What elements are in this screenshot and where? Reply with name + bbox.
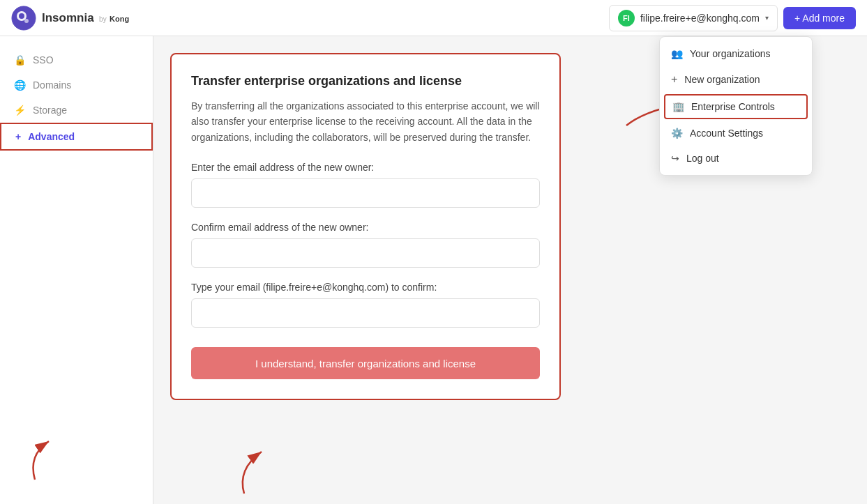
sidebar-item-sso[interactable]: 🔒 SSO [0,47,153,72]
globe-icon: 🌐 [14,79,26,91]
dropdown-item-enterprise-controls[interactable]: 🏢 Enterprise Controls [664,94,808,119]
transfer-desc: By transferring all the organizations as… [191,98,540,145]
dropdown-your-orgs-label: Your organizations [690,48,770,59]
self-email-input[interactable] [191,298,540,328]
user-menu-button[interactable]: FI filipe.freire+e@konghq.com ▾ [609,5,778,31]
dropdown-item-your-orgs[interactable]: 👥 Your organizations [660,41,812,66]
dropdown-new-org-label: New organization [684,74,760,85]
dropdown-item-account-settings[interactable]: ⚙️ Account Settings [660,121,812,146]
enterprise-icon: 🏢 [672,101,684,112]
sidebar: 🔒 SSO 🌐 Domains ⚡ Storage + Advanced [0,36,153,504]
svg-point-2 [19,13,24,19]
new-owner-email-input[interactable] [191,178,540,208]
orgs-icon: 👥 [671,48,683,59]
new-org-icon: + [671,73,677,86]
transfer-card: Transfer enterprise organizations and li… [170,53,561,400]
dropdown-logout-label: Log out [686,153,719,164]
confirm-email-label: Confirm email address of the new owner: [191,222,540,233]
insomnia-logo [11,6,36,31]
header: Insomnia by Kong FI filipe.freire+e@kong… [0,0,867,36]
dropdown-enterprise-label: Enterprise Controls [691,101,775,112]
dropdown-item-logout[interactable]: ↪ Log out [660,146,812,171]
transfer-title: Transfer enterprise organizations and li… [191,74,540,89]
add-more-button[interactable]: + Add more [783,7,856,29]
user-avatar: FI [618,10,635,26]
logo-label: Insomnia by Kong [42,11,129,25]
dropdown-item-new-org[interactable]: + New organization [660,66,812,93]
confirm-email-input[interactable] [191,238,540,268]
dropdown-account-settings-label: Account Settings [690,128,763,139]
sidebar-item-storage-label: Storage [33,105,67,116]
user-email: filipe.freire+e@konghq.com [640,13,760,24]
plus-icon: + [15,131,21,142]
sidebar-item-sso-label: SSO [33,54,54,66]
sidebar-item-domains[interactable]: 🌐 Domains [0,72,153,98]
confirm-email-form-group: Confirm email address of the new owner: [191,222,540,268]
logo-area: Insomnia by Kong [11,6,129,31]
sidebar-item-advanced[interactable]: + Advanced [0,123,153,151]
sidebar-item-domains-label: Domains [33,79,71,91]
arrow-transfer [223,441,293,497]
logout-icon: ↪ [671,153,679,164]
header-right: FI filipe.freire+e@konghq.com ▾ + Add mo… [609,5,856,31]
transfer-button[interactable]: I understand, transfer organizations and… [191,347,540,379]
settings-icon: ⚙️ [671,128,683,139]
self-email-form-group: Type your email (filipe.freire+e@konghq.… [191,282,540,328]
svg-point-3 [24,19,29,23]
dropdown-menu: 👥 Your organizations + New organization … [659,36,813,176]
email-form-group: Enter the email address of the new owner… [191,162,540,208]
sidebar-item-storage[interactable]: ⚡ Storage [0,98,153,123]
chevron-down-icon: ▾ [765,14,769,22]
self-email-label: Type your email (filipe.freire+e@konghq.… [191,282,540,293]
new-owner-email-label: Enter the email address of the new owner… [191,162,540,173]
storage-icon: ⚡ [14,105,26,116]
arrow-advanced [21,427,77,483]
lock-icon: 🔒 [14,54,26,66]
sidebar-item-advanced-label: Advanced [28,131,75,142]
